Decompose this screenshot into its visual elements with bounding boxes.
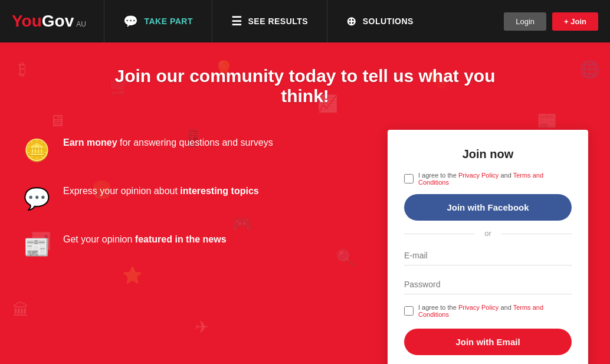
- password-input[interactable]: [404, 275, 572, 294]
- logo-you: You: [12, 12, 42, 31]
- email-input[interactable]: [404, 246, 572, 265]
- news-icon: 📰: [22, 235, 51, 260]
- feature-news-text: Get your opinion featured in the news: [63, 232, 227, 247]
- target-icon: ⊕: [346, 14, 357, 28]
- feature-express-opinion: 💬 Express your opinion about interesting…: [22, 184, 364, 211]
- login-button[interactable]: Login: [504, 12, 546, 31]
- join-nav-button[interactable]: + Join: [552, 12, 598, 31]
- feature-featured-news: 📰 Get your opinion featured in the news: [22, 232, 364, 260]
- hero-title: Join our community today to tell us what…: [99, 66, 511, 106]
- hero-section: ₿ 🖥 📊 🏛 🛒 🍔 ⭐ 💡 📱 🎮 ✈ 📈 🔍 💊 🏠 ❤ 📰 💰 ⚙ 🌐 …: [0, 42, 610, 364]
- agree-row-bottom: I agree to the Privacy Policy and Terms …: [404, 304, 572, 318]
- feature-opinion-text: Express your opinion about interesting t…: [63, 184, 259, 198]
- join-card-title: Join now: [404, 147, 572, 161]
- navbar: YouGov AU 💬 TAKE PART ☰ SEE RESULTS ⊕ SO…: [0, 0, 610, 42]
- results-icon: ☰: [231, 14, 242, 28]
- nav-right: Login + Join: [504, 12, 598, 31]
- money-icon: 🪙: [22, 138, 51, 163]
- logo-au: AU: [76, 20, 86, 28]
- logo[interactable]: YouGov AU: [12, 12, 86, 31]
- nav-item-take-part[interactable]: 💬 TAKE PART: [104, 0, 212, 42]
- nav-items: 💬 TAKE PART ☰ SEE RESULTS ⊕ SOLUTIONS: [104, 0, 504, 42]
- nav-item-see-results[interactable]: ☰ SEE RESULTS: [212, 0, 327, 42]
- feature-earn-money: 🪙 Earn money for answering questions and…: [22, 136, 364, 163]
- privacy-policy-link-bottom[interactable]: Privacy Policy: [458, 304, 499, 311]
- join-facebook-button[interactable]: Join with Facebook: [404, 194, 572, 221]
- join-email-button[interactable]: Join with Email: [404, 329, 572, 355]
- or-divider: or: [404, 229, 572, 238]
- agree-text-top: I agree to the Privacy Policy and Terms …: [418, 172, 572, 186]
- opinion-icon: 💬: [22, 186, 51, 211]
- agree-text-bottom: I agree to the Privacy Policy and Terms …: [418, 304, 572, 318]
- nav-take-part-label: TAKE PART: [144, 17, 193, 26]
- hero-features: 🪙 Earn money for answering questions and…: [22, 130, 364, 364]
- privacy-policy-link-top[interactable]: Privacy Policy: [458, 172, 499, 179]
- chat-icon: 💬: [123, 14, 139, 28]
- agree-checkbox-bottom[interactable]: [404, 306, 414, 316]
- nav-see-results-label: SEE RESULTS: [248, 17, 309, 26]
- agree-checkbox-top[interactable]: [404, 174, 414, 183]
- logo-gov: Gov: [42, 12, 74, 31]
- nav-item-solutions[interactable]: ⊕ SOLUTIONS: [327, 0, 432, 42]
- join-card: Join now I agree to the Privacy Policy a…: [388, 130, 588, 364]
- feature-earn-text: Earn money for answering questions and s…: [63, 136, 273, 150]
- agree-row-top: I agree to the Privacy Policy and Terms …: [404, 172, 572, 186]
- hero-content: 🪙 Earn money for answering questions and…: [10, 130, 600, 364]
- nav-solutions-label: SOLUTIONS: [363, 17, 414, 26]
